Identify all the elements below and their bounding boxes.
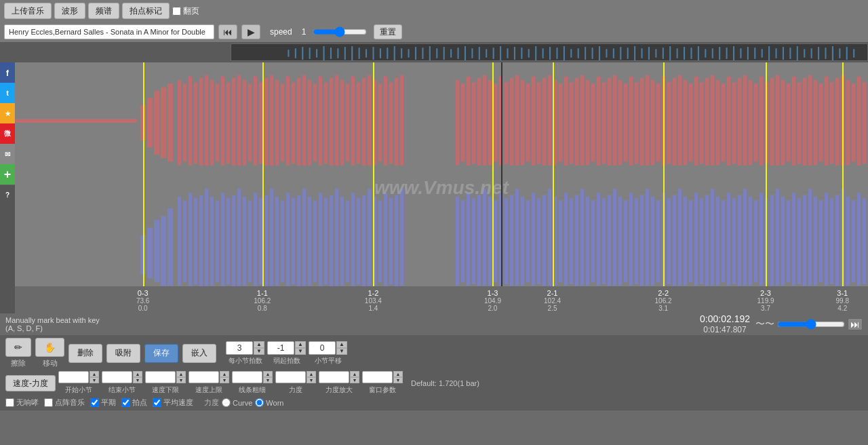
force-zoom-up[interactable]: ▲ [350, 371, 359, 377]
no-sound-checkbox[interactable] [5, 398, 14, 407]
waveform-main[interactable]: www.Vmus.net 0-3 73.6 0.0 1-1 106.2 0.8 … [15, 62, 868, 313]
erase-button[interactable]: ✏ [5, 338, 31, 357]
flat-label[interactable]: 平期 [90, 398, 116, 408]
speed-lower-label: 速度下限 [152, 385, 179, 395]
svg-rect-140 [505, 82, 508, 163]
worn-radio[interactable] [255, 398, 264, 407]
svg-rect-149 [553, 80, 557, 165]
window-params-up[interactable]: ▲ [393, 371, 403, 377]
upload-music-button[interactable]: 上传音乐 [4, 3, 52, 19]
dot-music-label[interactable]: 点阵音乐 [44, 398, 85, 408]
svg-rect-92 [194, 82, 197, 163]
weibo-button[interactable]: 微 [0, 123, 15, 144]
svg-rect-319 [803, 195, 806, 286]
svg-rect-285 [618, 197, 622, 286]
line-width-input[interactable] [232, 371, 262, 383]
favorite-button[interactable]: ★ [0, 103, 15, 123]
svg-rect-175 [694, 77, 698, 169]
play-button[interactable]: ▶ [241, 24, 260, 39]
prev-button[interactable]: ⏮ [218, 24, 237, 39]
move-button[interactable]: ✋ [35, 338, 64, 357]
svg-rect-163 [629, 77, 633, 169]
beats-per-bar-input[interactable] [226, 341, 253, 355]
avg-speed-label[interactable]: 平均速度 [153, 398, 193, 408]
curve-radio-label[interactable]: Curve [222, 398, 252, 407]
svg-rect-277 [575, 195, 578, 286]
svg-rect-85 [147, 98, 153, 147]
end-bar-up[interactable]: ▲ [133, 371, 142, 377]
speed-value: 1 [302, 27, 307, 37]
no-sound-label[interactable]: 无响哮 [5, 398, 39, 408]
help-button[interactable]: ? [0, 185, 15, 205]
flip-page-checkbox[interactable] [172, 7, 181, 16]
svg-rect-272 [548, 189, 551, 286]
attract-button[interactable]: 吸附 [106, 344, 140, 363]
speed-lower-input[interactable] [145, 371, 176, 383]
time-display: 0:00:02.192 0:01:47.807 [700, 313, 750, 334]
svg-rect-281 [597, 193, 600, 286]
window-params-down[interactable]: ▼ [393, 377, 403, 383]
beat-point-checkbox[interactable] [121, 398, 130, 407]
start-bar-down[interactable]: ▼ [90, 377, 99, 383]
speed-upper-up[interactable]: ▲ [220, 371, 229, 377]
speed-upper-down[interactable]: ▼ [220, 377, 229, 383]
start-beat-input[interactable] [267, 341, 294, 355]
force-down[interactable]: ▼ [307, 377, 316, 383]
end-bar-down[interactable]: ▼ [133, 377, 142, 383]
svg-rect-223 [232, 195, 235, 286]
worn-radio-label[interactable]: Worn [255, 398, 283, 407]
facebook-button[interactable]: f [0, 62, 15, 83]
twitter-button[interactable]: t [0, 83, 15, 103]
frequency-button[interactable]: 频谱 [88, 3, 119, 19]
dot-music-checkbox[interactable] [44, 398, 53, 407]
speed-lower-up[interactable]: ▲ [176, 371, 186, 377]
force-input[interactable] [275, 371, 306, 383]
svg-rect-151 [564, 77, 568, 169]
speed-upper-input[interactable] [189, 371, 219, 383]
svg-rect-102 [248, 83, 252, 161]
beat-point-label[interactable]: 拍点 [121, 398, 147, 408]
mail-button[interactable]: ✉ [0, 144, 15, 164]
curve-radio[interactable] [222, 398, 231, 407]
line-width-down[interactable]: ▼ [263, 377, 273, 383]
svg-rect-316 [787, 201, 790, 282]
beat-mark-button[interactable]: 拍点标记 [122, 3, 170, 19]
speed-slider[interactable] [313, 26, 367, 37]
bar-offset-input[interactable] [309, 341, 336, 355]
svg-rect-276 [570, 199, 573, 285]
add-button[interactable]: + [0, 164, 15, 185]
speed-force-button[interactable]: 速度-力度 [5, 375, 56, 391]
svg-rect-90 [183, 83, 186, 161]
zoom-end-button[interactable]: ⏭ [848, 318, 863, 330]
force-zoom-down[interactable]: ▼ [350, 377, 359, 383]
waveform-button[interactable]: 波形 [54, 3, 85, 19]
delete-button[interactable]: 删除 [68, 344, 102, 363]
beats-per-bar-down[interactable]: ▼ [254, 348, 264, 355]
window-params-input[interactable] [362, 371, 393, 383]
bar-offset-down[interactable]: ▼ [336, 348, 347, 355]
svg-rect-156 [591, 83, 595, 161]
speed-lower-down[interactable]: ▼ [176, 377, 186, 383]
reset-button[interactable]: 重置 [374, 24, 402, 39]
force-up[interactable]: ▲ [307, 371, 316, 377]
song-title-input[interactable] [4, 24, 214, 39]
flat-checkbox[interactable] [90, 398, 99, 407]
svg-rect-143 [521, 80, 524, 165]
beats-per-bar-up[interactable]: ▲ [254, 341, 264, 348]
svg-rect-86 [154, 91, 159, 155]
force-zoom-input[interactable] [319, 371, 349, 383]
svg-rect-238 [313, 201, 317, 282]
save-button[interactable]: 保存 [144, 344, 178, 363]
zoom-slider[interactable] [777, 319, 845, 330]
flip-page-checkbox-label[interactable]: 翻页 [172, 5, 199, 17]
bar-offset-up[interactable]: ▲ [336, 341, 347, 348]
start-beat-down[interactable]: ▼ [295, 348, 306, 355]
start-beat-up[interactable]: ▲ [295, 341, 306, 348]
start-bar-up[interactable]: ▲ [90, 371, 99, 377]
end-bar-input[interactable] [102, 371, 132, 383]
line-width-up[interactable]: ▲ [263, 371, 273, 377]
insert-button[interactable]: 嵌入 [182, 344, 216, 363]
start-bar-input[interactable] [58, 371, 89, 383]
avg-speed-checkbox[interactable] [153, 398, 161, 407]
waveform-overview-container[interactable] [231, 43, 868, 61]
